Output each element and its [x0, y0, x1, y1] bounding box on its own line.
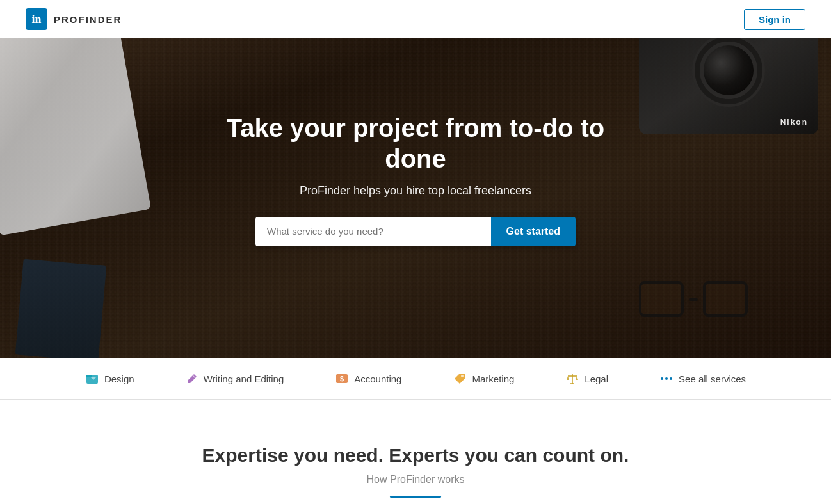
service-label-legal: Legal	[585, 374, 608, 384]
service-label-see-all: See all services	[679, 374, 746, 384]
glass-left	[639, 281, 684, 317]
accounting-icon: $	[335, 372, 349, 386]
camera-lens	[700, 42, 757, 99]
linkedin-icon: in	[26, 8, 47, 30]
glass-right	[703, 281, 748, 317]
hero-title: Take your project from to-do to done	[204, 113, 627, 174]
svg-point-10	[661, 377, 663, 380]
expertise-title: Expertise you need. Experts you can coun…	[13, 445, 818, 466]
svg-point-6	[461, 375, 464, 377]
glasses-bridge	[689, 298, 698, 301]
service-label-marketing: Marketing	[472, 374, 514, 384]
title-underline	[390, 496, 441, 498]
how-it-works-text: How ProFinder works	[13, 474, 818, 485]
camera-brand-text: Nikon	[780, 118, 808, 127]
hero-section: Nikon Take your project from to-do to do…	[0, 0, 831, 358]
service-item-accounting[interactable]: $ Accounting	[309, 358, 427, 399]
sign-in-button[interactable]: Sign in	[744, 9, 805, 30]
brand-name: PROFINDER	[54, 14, 122, 25]
marketing-icon	[453, 372, 467, 386]
lower-section: Expertise you need. Experts you can coun…	[0, 400, 831, 504]
service-item-legal[interactable]: Legal	[540, 358, 634, 399]
service-item-writing[interactable]: Writing and Editing	[160, 358, 310, 399]
search-bar: Get started	[255, 217, 576, 246]
svg-point-12	[670, 377, 672, 380]
service-label-writing: Writing and Editing	[204, 374, 284, 384]
service-label-accounting: Accounting	[354, 374, 401, 384]
design-icon	[85, 372, 99, 386]
service-item-design[interactable]: Design	[60, 358, 160, 399]
get-started-button[interactable]: Get started	[491, 217, 576, 246]
service-item-marketing[interactable]: Marketing	[427, 358, 540, 399]
service-item-see-all[interactable]: See all services	[634, 358, 771, 399]
legal-icon	[565, 372, 579, 386]
logo-area: in PROFINDER	[26, 8, 122, 30]
service-label-design: Design	[104, 374, 134, 384]
see-all-icon	[659, 372, 674, 386]
search-input[interactable]	[255, 217, 491, 246]
glasses-decoration	[639, 281, 780, 333]
svg-point-11	[665, 377, 668, 380]
services-bar: Design Writing and Editing $ Accounting	[0, 358, 831, 400]
hero-subtitle: ProFinder helps you hire top local freel…	[204, 184, 627, 198]
writing-icon	[186, 372, 198, 385]
notebook-decoration	[15, 259, 107, 358]
header: in PROFINDER Sign in	[0, 0, 831, 38]
hero-content: Take your project from to-do to done Pro…	[191, 113, 640, 246]
svg-text:$: $	[340, 375, 344, 382]
